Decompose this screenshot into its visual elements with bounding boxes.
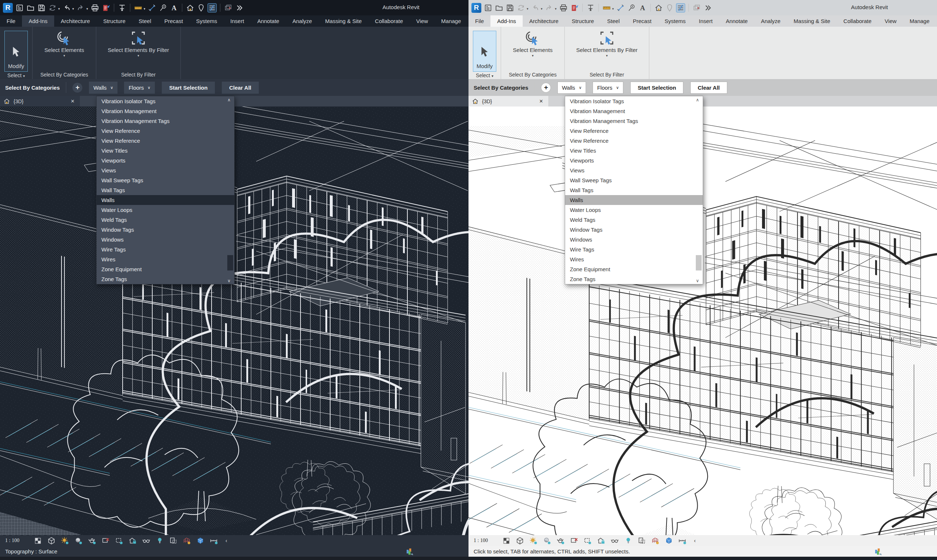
view-scale-button[interactable]: 1 : 100: [474, 538, 502, 543]
category-list-item[interactable]: Wires: [97, 254, 234, 264]
open-icon[interactable]: [26, 4, 35, 12]
category-dropdown-floors[interactable]: Floors∨: [592, 82, 623, 94]
ribbon-tab[interactable]: Collaborate: [837, 15, 878, 27]
revit-logo-icon[interactable]: R: [471, 3, 481, 13]
close-view-icon[interactable]: ✕: [538, 98, 545, 104]
ribbon-tab[interactable]: Precast: [626, 15, 658, 27]
category-list-item[interactable]: Wall Tags: [565, 185, 703, 195]
category-list-item[interactable]: View Titles: [565, 146, 703, 155]
tag-icon[interactable]: [627, 4, 636, 12]
temporary-hide-isolate-icon[interactable]: [155, 537, 164, 545]
visual-style-icon[interactable]: [516, 537, 524, 545]
start-selection-button[interactable]: Start Selection: [630, 82, 683, 94]
save-icon[interactable]: [37, 4, 46, 12]
category-list-item[interactable]: View Reference: [97, 126, 234, 136]
locked-3d-view-icon[interactable]: [128, 537, 137, 545]
selection-box-icon[interactable]: [196, 537, 205, 545]
category-list-item[interactable]: Water Loops: [97, 205, 234, 215]
category-list-item[interactable]: Wall Sweep Tags: [565, 175, 703, 185]
sun-path-icon[interactable]: [529, 537, 538, 545]
undo-caret-icon[interactable]: ▾: [72, 7, 74, 11]
modify-button[interactable]: Modify: [473, 31, 496, 72]
reveal-hidden-elements-icon[interactable]: [611, 537, 619, 545]
shadows-icon[interactable]: [543, 537, 551, 545]
select-elements-button[interactable]: Select Elements ▾: [42, 29, 87, 59]
section-pin-icon[interactable]: [118, 4, 126, 12]
category-list-item[interactable]: Zone Equipment: [97, 264, 234, 274]
measure-caret-icon[interactable]: ▾: [144, 7, 146, 11]
reveal-constraints-icon[interactable]: [678, 537, 687, 545]
close-inactive-windows-icon[interactable]: [224, 4, 232, 12]
select-elements-by-filter-button[interactable]: Select Elements By Filter ▾: [573, 29, 640, 59]
category-list-item[interactable]: Windows: [565, 235, 703, 245]
show-crop-region-icon[interactable]: [583, 537, 592, 545]
ribbon-tab[interactable]: Systems: [189, 15, 224, 27]
sun-path-icon[interactable]: [61, 537, 69, 545]
undo-icon[interactable]: [531, 4, 540, 12]
select-elements-button[interactable]: Select Elements ▾: [510, 29, 555, 59]
locked-3d-view-icon[interactable]: [597, 537, 605, 545]
shadows-icon[interactable]: [74, 537, 83, 545]
ribbon-tab[interactable]: File: [0, 15, 22, 27]
crop-view-icon[interactable]: [570, 537, 578, 545]
measure-icon[interactable]: [134, 4, 142, 12]
view-scale-button[interactable]: 1 : 100: [5, 538, 34, 543]
ribbon-tab[interactable]: Systems: [658, 15, 692, 27]
undo-icon[interactable]: [63, 4, 71, 12]
category-list-item[interactable]: Zone Equipment: [565, 264, 703, 274]
ribbon-tab[interactable]: Annotate: [719, 15, 754, 27]
ribbon-tab[interactable]: Structure: [565, 15, 601, 27]
category-list-item[interactable]: View Reference: [565, 136, 703, 146]
marker-icon[interactable]: [197, 4, 205, 12]
category-list-item[interactable]: Vibration Isolator Tags: [565, 96, 703, 106]
default-3d-view-icon[interactable]: [654, 4, 663, 12]
ribbon-tab[interactable]: View: [409, 15, 434, 27]
ribbon-tab[interactable]: Manage: [434, 15, 468, 27]
category-list-item[interactable]: Walls: [97, 195, 234, 205]
ribbon-tab[interactable]: Insert: [692, 15, 719, 27]
ribbon-tab[interactable]: Precast: [158, 15, 189, 27]
category-list-item[interactable]: Weld Tags: [97, 215, 234, 225]
export-icon[interactable]: [102, 4, 110, 12]
category-list-item[interactable]: Viewports: [97, 155, 234, 165]
redo-caret-icon[interactable]: ▾: [555, 7, 557, 11]
collapse-view-bar-icon[interactable]: ‹: [223, 538, 229, 543]
clear-all-button[interactable]: Clear All: [222, 82, 258, 94]
view-tab-3d[interactable]: {3D} ✕: [0, 96, 80, 106]
save-icon[interactable]: [506, 4, 514, 12]
redo-caret-icon[interactable]: ▾: [86, 7, 88, 11]
file-properties-icon[interactable]: [15, 4, 24, 12]
sync-icon[interactable]: [517, 4, 525, 12]
category-list-item[interactable]: View Titles: [97, 146, 234, 155]
scroll-up-icon[interactable]: ∧: [696, 97, 699, 103]
category-list-item[interactable]: Wires: [565, 254, 703, 264]
ribbon-tab[interactable]: Add-Ins: [491, 15, 523, 27]
close-view-icon[interactable]: ✕: [69, 98, 76, 104]
undo-caret-icon[interactable]: ▾: [541, 7, 543, 11]
scroll-up-icon[interactable]: ∧: [227, 97, 231, 103]
collapse-view-bar-icon[interactable]: ‹: [692, 538, 698, 543]
category-dropdown-walls[interactable]: Walls∨: [89, 82, 117, 94]
ribbon-tab[interactable]: Collaborate: [368, 15, 409, 27]
export-icon[interactable]: [570, 4, 579, 12]
category-list-item[interactable]: Wire Tags: [97, 245, 234, 254]
detail-level-icon[interactable]: [34, 537, 42, 545]
expand-toolbar-icon[interactable]: [235, 4, 243, 12]
ribbon-tab[interactable]: View: [878, 15, 903, 27]
measure-icon[interactable]: [602, 4, 611, 12]
ribbon-tab[interactable]: Add-Ins: [22, 15, 54, 27]
thin-lines-icon[interactable]: [208, 4, 216, 12]
worksharing-icon[interactable]: [406, 547, 414, 556]
file-properties-icon[interactable]: [484, 4, 492, 12]
aligned-dimension-icon[interactable]: [148, 4, 156, 12]
scroll-down-icon[interactable]: ∨: [227, 278, 231, 283]
view-tab-3d[interactable]: {3D} ✕: [469, 96, 548, 106]
scrollbar-thumb[interactable]: [696, 255, 702, 271]
open-icon[interactable]: [495, 4, 503, 12]
render-icon[interactable]: [88, 537, 96, 545]
tag-icon[interactable]: [159, 4, 167, 12]
ribbon-tab[interactable]: Architecture: [54, 15, 97, 27]
category-list-item[interactable]: Zone Tags: [565, 274, 703, 284]
marker-icon[interactable]: [665, 4, 674, 12]
revit-logo-icon[interactable]: R: [3, 3, 13, 13]
